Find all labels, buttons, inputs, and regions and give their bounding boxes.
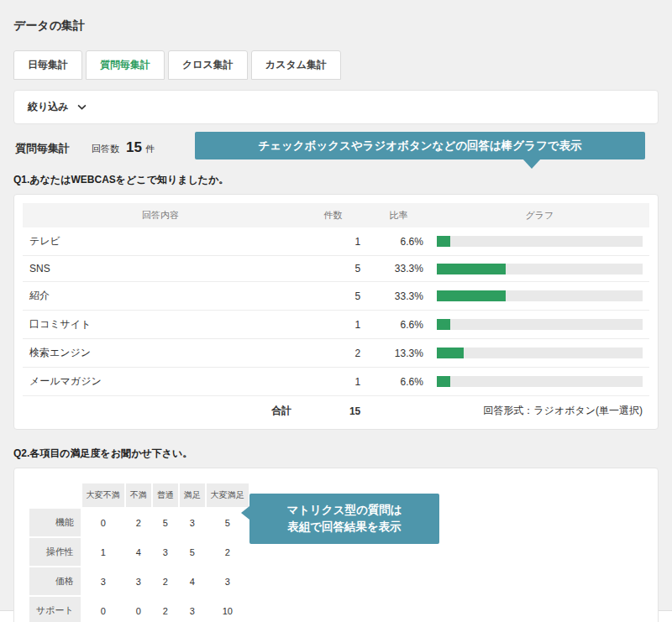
matrix-column-header: 大変不満 <box>82 483 124 507</box>
answer-percent: 33.3% <box>367 256 430 282</box>
answer-label: 検索エンジン <box>23 339 298 368</box>
matrix-row: 価格33243 <box>29 567 249 595</box>
tab-daily[interactable]: 日毎集計 <box>13 50 82 80</box>
answer-percent: 6.6% <box>367 227 430 256</box>
q1-column-header: グラフ <box>430 203 649 227</box>
q1-header-row: 回答内容件数比率グラフ <box>23 203 649 227</box>
callout-arrow-left-icon <box>241 506 249 520</box>
answer-label: SNS <box>23 256 298 282</box>
matrix-cell: 10 <box>207 597 249 622</box>
q1-column-header: 比率 <box>367 203 430 227</box>
aggregation-page: データの集計 日毎集計質問毎集計クロス集計カスタム集計 絞り込み 質問毎集計 回… <box>0 0 672 611</box>
answer-count: 1 <box>298 368 367 396</box>
matrix-column-header: 不満 <box>126 483 151 507</box>
matrix-column-header: 普通 <box>153 483 178 507</box>
q1-table-body: テレビ16.6%SNS533.3%紹介533.3%口コミサイト16.6%検索エン… <box>23 227 649 396</box>
matrix-column-header: 大変満足 <box>207 483 249 507</box>
answer-percent: 13.3% <box>367 339 430 368</box>
matrix-row: 操作性14352 <box>29 538 249 566</box>
answer-graph-cell <box>430 256 649 282</box>
answer-graph-cell <box>430 339 649 368</box>
answer-count: 5 <box>298 282 367 311</box>
q1-card: 回答内容件数比率グラフ テレビ16.6%SNS533.3%紹介533.3%口コミ… <box>13 194 659 430</box>
section-title: 質問毎集計 <box>15 141 70 156</box>
bar-track <box>437 376 643 387</box>
answer-label: 紹介 <box>23 282 298 311</box>
q1-total-row: 合計 15 回答形式：ラジオボタン(単一選択) <box>23 396 649 426</box>
matrix-cell: 2 <box>153 597 178 622</box>
matrix-cell: 3 <box>153 538 178 566</box>
callout-arrow-down-icon <box>522 159 541 169</box>
table-row: テレビ16.6% <box>23 227 649 256</box>
chevron-down-icon <box>77 104 87 110</box>
answer-graph-cell <box>430 368 649 396</box>
matrix-row-label: 操作性 <box>29 538 81 566</box>
answer-graph-cell <box>430 227 649 256</box>
matrix-cell: 3 <box>180 509 205 536</box>
answer-count: 5 <box>298 256 367 282</box>
matrix-cell: 0 <box>126 597 151 622</box>
matrix-cell: 0 <box>82 509 124 536</box>
answer-count: 1 <box>298 311 367 339</box>
matrix-callout-line1: マトリクス型の質問は <box>249 502 439 519</box>
matrix-cell: 2 <box>153 567 178 595</box>
bar-track <box>437 236 643 247</box>
answer-percent: 33.3% <box>367 282 430 311</box>
total-pct-empty <box>367 396 430 426</box>
matrix-row-label: 価格 <box>29 567 81 595</box>
matrix-cell: 3 <box>126 567 151 595</box>
matrix-row-label: サポート <box>29 597 81 622</box>
bar-chart-callout: チェックボックスやラジオボタンなどの回答は棒グラフで表示 <box>195 132 645 159</box>
matrix-corner-cell <box>29 483 81 507</box>
matrix-cell: 2 <box>126 509 151 536</box>
q1-title: Q1.あなたはWEBCASをどこで知りましたか。 <box>13 173 659 187</box>
answer-label: 口コミサイト <box>23 311 298 339</box>
matrix-body: 機能02535操作性14352価格33243サポート002310 <box>29 509 249 622</box>
matrix-cell: 4 <box>126 538 151 566</box>
answer-label: メールマガジン <box>23 368 298 396</box>
table-row: 検索エンジン213.3% <box>23 339 649 368</box>
bar-fill <box>437 348 465 358</box>
matrix-cell: 0 <box>82 597 124 622</box>
bar-chart-callout-text: チェックボックスやラジオボタンなどの回答は棒グラフで表示 <box>258 139 581 154</box>
answer-percent: 6.6% <box>367 311 430 339</box>
matrix-row: サポート002310 <box>29 597 249 622</box>
response-count-value: 15 <box>126 139 142 156</box>
tab-bar: 日毎集計質問毎集計クロス集計カスタム集計 <box>13 50 659 80</box>
bar-fill <box>437 376 450 387</box>
bar-fill <box>437 319 450 330</box>
total-label: 合計 <box>23 396 298 426</box>
filter-bar[interactable]: 絞り込み <box>13 90 659 124</box>
q2-card: 大変不満不満普通満足大変満足 機能02535操作性14352価格33243サポー… <box>13 468 659 622</box>
q1-results-table: 回答内容件数比率グラフ テレビ16.6%SNS533.3%紹介533.3%口コミ… <box>23 203 649 426</box>
q1-column-header: 件数 <box>298 203 367 227</box>
q2-title: Q2.各項目の満足度をお聞かせ下さい。 <box>13 447 659 461</box>
matrix-cell: 5 <box>180 538 205 566</box>
q2-matrix-table: 大変不満不満普通満足大変満足 機能02535操作性14352価格33243サポー… <box>28 482 250 622</box>
q1-column-header: 回答内容 <box>23 203 298 227</box>
bar-fill <box>437 290 506 301</box>
table-row: 紹介533.3% <box>23 282 649 311</box>
table-row: メールマガジン16.6% <box>23 368 649 396</box>
bar-track <box>437 290 643 301</box>
total-value: 15 <box>298 396 367 426</box>
tab-by-question[interactable]: 質問毎集計 <box>86 50 165 80</box>
answer-label: テレビ <box>23 227 298 256</box>
matrix-cell: 4 <box>180 567 205 595</box>
tab-cross[interactable]: クロス集計 <box>168 50 248 80</box>
matrix-cell: 2 <box>207 538 249 566</box>
matrix-cell: 5 <box>153 509 178 536</box>
answer-percent: 6.6% <box>367 368 430 396</box>
matrix-callout-line2: 表組で回答結果を表示 <box>249 519 439 536</box>
matrix-column-header: 満足 <box>180 483 205 507</box>
bar-track <box>437 264 643 274</box>
matrix-cell: 1 <box>82 538 124 566</box>
answer-graph-cell <box>430 311 649 339</box>
answer-graph-cell <box>430 282 649 311</box>
response-count-unit: 件 <box>145 143 155 155</box>
matrix-cell: 3 <box>82 567 124 595</box>
table-row: 口コミサイト16.6% <box>23 311 649 339</box>
answer-count: 2 <box>298 339 367 368</box>
tab-custom[interactable]: カスタム集計 <box>251 50 341 80</box>
bar-track <box>437 319 643 330</box>
